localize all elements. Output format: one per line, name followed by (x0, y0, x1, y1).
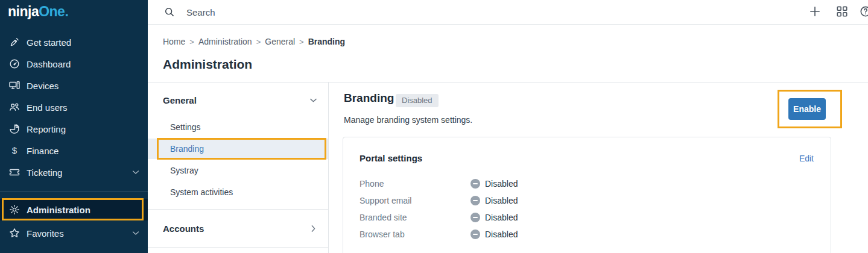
breadcrumb-general[interactable]: General (265, 37, 295, 46)
sidebar-divider (0, 191, 148, 192)
subnav-item-label: Settings (170, 122, 201, 132)
sidebar-item-get-started[interactable]: Get started (0, 31, 148, 53)
subnav-item-label: Branding (170, 144, 204, 154)
sidebar-item-label: End users (27, 102, 68, 113)
setting-status: Disabled (485, 230, 518, 239)
setting-status: Disabled (485, 179, 518, 189)
sidebar-item-administration[interactable]: Administration (0, 199, 148, 220)
edit-link[interactable]: Edit (799, 153, 814, 164)
chevron-down-icon (131, 167, 141, 177)
sidebar-item-label: Finance (27, 146, 59, 156)
breadcrumb-administration[interactable]: Administration (198, 37, 252, 46)
help-icon[interactable] (859, 5, 868, 18)
sidebar-item-label: Devices (27, 81, 59, 91)
svg-text:$: $ (12, 145, 17, 155)
sidebar-item-end-users[interactable]: End users (0, 96, 148, 118)
dollar-icon: $ (8, 145, 21, 157)
subnav-item-settings[interactable]: Settings (148, 117, 328, 137)
breadcrumb-separator: > (189, 37, 194, 46)
setting-label: Browser tab (360, 230, 470, 239)
enable-button[interactable]: Enable (788, 98, 826, 120)
gear-icon (8, 204, 21, 216)
subnav-section-accounts[interactable]: Accounts (148, 210, 328, 247)
breadcrumb-current-branding: Branding (308, 37, 345, 46)
portal-setting-row-phone: Phone Disabled (360, 178, 814, 189)
gauge-icon (8, 58, 21, 70)
subnav-item-branding[interactable]: Branding (148, 139, 328, 159)
subnav-section-general[interactable]: General (148, 88, 328, 112)
minus-circle-icon (470, 196, 480, 205)
setting-status: Disabled (485, 196, 518, 205)
sidebar-item-dashboard[interactable]: Dashboard (0, 53, 148, 75)
sidebar-item-finance[interactable]: $ Finance (0, 140, 148, 161)
logo-text-one: One. (39, 4, 68, 19)
subnav-item-systray[interactable]: Systray (148, 160, 328, 181)
setting-label: Support email (360, 196, 470, 205)
logo-text-ninja: ninja (8, 4, 39, 19)
page-title: Administration (163, 57, 252, 72)
breadcrumb-separator: > (299, 37, 304, 46)
setting-status: Disabled (485, 213, 518, 222)
portal-setting-row-branded-site: Branded site Disabled (360, 212, 814, 223)
search-input[interactable] (186, 4, 548, 20)
status-badge: Disabled (396, 94, 439, 107)
portal-setting-row-support-email: Support email Disabled (360, 195, 814, 206)
subnav-section-label: Accounts (163, 223, 204, 234)
setting-label: Phone (360, 179, 470, 189)
chevron-down-icon (308, 95, 318, 105)
pie-chart-icon (8, 123, 21, 135)
breadcrumb-separator: > (256, 37, 261, 46)
minus-circle-icon (470, 179, 480, 189)
minus-circle-icon (470, 230, 480, 239)
rocket-icon (8, 36, 21, 48)
sidebar-item-reporting[interactable]: Reporting (0, 118, 148, 140)
sidebar-item-ticketing[interactable]: Ticketing (0, 161, 148, 183)
sidebar-item-label: Favorites (27, 228, 64, 239)
subnav-item-system-activities[interactable]: System activities (148, 182, 328, 202)
ticket-icon (8, 166, 21, 178)
admin-subnav: General Settings Branding Systray System… (148, 83, 329, 253)
sidebar-item-devices[interactable]: Devices (0, 75, 148, 96)
subnav-item-label: System activities (170, 187, 233, 197)
search-icon (164, 7, 175, 17)
star-icon (8, 227, 21, 239)
sidebar-item-label: Dashboard (27, 59, 71, 69)
main-sidebar: ninjaOne. Get started Dashboard Devices … (0, 0, 148, 253)
sidebar-item-label: Ticketing (27, 167, 62, 178)
users-icon (8, 101, 21, 113)
setting-label: Branded site (360, 213, 470, 222)
topbar (148, 0, 868, 25)
breadcrumb: Home > Administration > General > Brandi… (163, 37, 345, 46)
grid-icon[interactable] (835, 5, 849, 18)
sidebar-item-favorites[interactable]: Favorites (0, 222, 148, 244)
branding-description: Manage branding system settings. (344, 115, 472, 125)
subnav-item-label: Systray (170, 166, 198, 175)
sidebar-item-label: Get started (27, 37, 71, 48)
ninjaone-logo: ninjaOne. (8, 4, 68, 20)
minus-circle-icon (470, 213, 480, 222)
branding-heading: Branding (344, 92, 394, 105)
breadcrumb-home[interactable]: Home (163, 37, 185, 46)
subnav-section-label: General (163, 95, 197, 105)
card-title: Portal settings (360, 153, 422, 164)
portal-setting-row-browser-tab: Browser tab Disabled (360, 229, 814, 240)
portal-settings-card: Portal settings Edit Phone Disabled Supp… (343, 137, 831, 253)
subnav-divider (148, 247, 328, 248)
sidebar-item-label: Reporting (27, 124, 66, 134)
chevron-right-icon (308, 223, 318, 234)
sidebar-item-label: Administration (27, 205, 90, 215)
chevron-down-icon (131, 228, 141, 238)
devices-icon (8, 80, 21, 92)
plus-icon[interactable] (808, 5, 822, 18)
